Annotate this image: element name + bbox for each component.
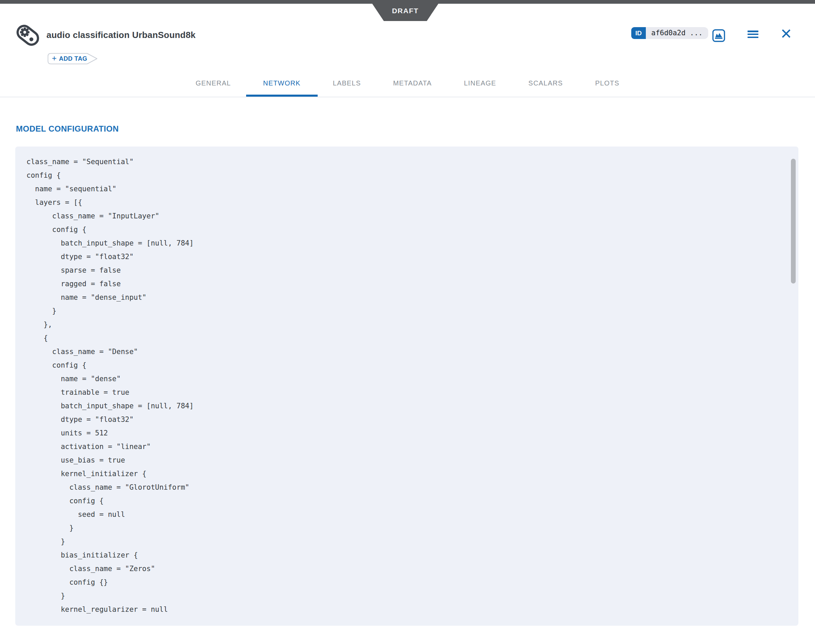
experiment-detail-page: DRAFT audio classification UrbanSound8k … <box>0 0 815 644</box>
status-ribbon: DRAFT <box>372 4 438 21</box>
tab-lineage[interactable]: LINEAGE <box>464 69 496 97</box>
model-configuration-panel[interactable]: class_name = "Sequential" config { name … <box>15 147 798 626</box>
section-title: MODEL CONFIGURATION <box>16 124 119 133</box>
tab-general[interactable]: GENERAL <box>196 69 231 97</box>
tab-network[interactable]: NETWORK <box>263 69 301 97</box>
status-ribbon-label: DRAFT <box>392 7 419 15</box>
plus-icon: + <box>52 54 57 62</box>
id-badge-label: ID <box>631 27 646 39</box>
experiment-id-badge[interactable]: ID af6d0a2d ... <box>631 27 708 39</box>
menu-icon[interactable] <box>748 31 758 38</box>
close-icon[interactable] <box>781 29 791 38</box>
tabs-divider <box>0 97 815 97</box>
experiment-icon <box>15 24 40 46</box>
detail-tabs: GENERAL NETWORK LABELS METADATA LINEAGE … <box>0 69 815 97</box>
model-configuration-code: class_name = "Sequential" config { name … <box>15 147 798 616</box>
add-tag-label: ADD TAG <box>59 55 87 62</box>
window-top-bar <box>0 0 815 4</box>
scrollbar-thumb[interactable] <box>791 159 796 284</box>
tab-scalars[interactable]: SCALARS <box>529 69 563 97</box>
tab-metadata[interactable]: METADATA <box>393 69 432 97</box>
add-tag-button[interactable]: + ADD TAG <box>47 53 98 64</box>
page-title: audio classification UrbanSound8k <box>46 30 196 40</box>
tab-plots[interactable]: PLOTS <box>595 69 619 97</box>
plots-icon[interactable] <box>712 29 725 42</box>
tab-labels[interactable]: LABELS <box>333 69 361 97</box>
id-badge-value: af6d0a2d ... <box>646 27 708 39</box>
